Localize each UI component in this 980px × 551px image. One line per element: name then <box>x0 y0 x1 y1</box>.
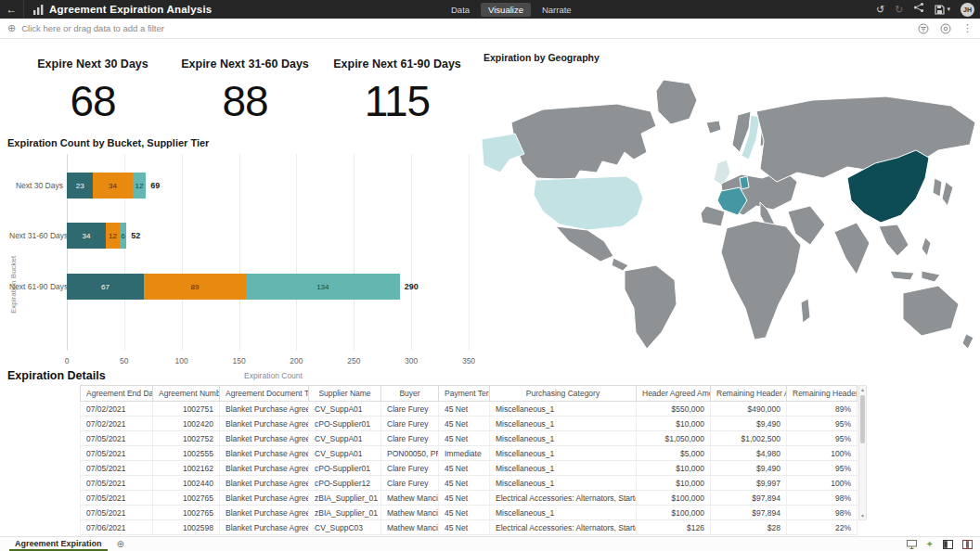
map-country-mexico[interactable] <box>556 226 613 262</box>
table-cell[interactable]: $10,000 <box>637 476 711 491</box>
table-cell[interactable]: 07/06/2021 <box>81 520 153 535</box>
undo-icon[interactable]: ↺ <box>876 0 884 19</box>
table-cell[interactable]: $28 <box>711 520 787 535</box>
layout-left-panel-icon[interactable] <box>943 540 953 549</box>
table-cell[interactable]: 100% <box>787 476 858 491</box>
table-cell[interactable]: CV_SuppA01 <box>309 446 381 461</box>
table-cell[interactable]: Blanket Purchase Agreement <box>220 446 309 461</box>
map-country-korea[interactable] <box>933 178 942 197</box>
table-cell[interactable]: CV_SuppC03 <box>309 520 381 535</box>
table-cell[interactable]: $4,980 <box>711 446 787 461</box>
column-header-7[interactable]: Header Agreed Amount <box>637 386 711 402</box>
table-cell[interactable]: 1002598 <box>153 520 220 535</box>
table-cell[interactable]: $5,000 <box>637 446 711 461</box>
table-cell[interactable]: Clare Furey <box>381 476 439 491</box>
table-cell[interactable]: Blanket Purchase Agreement <box>220 416 309 431</box>
table-cell[interactable]: Blanket Purchase Agreement <box>220 402 309 416</box>
map-region-southeast-asia[interactable] <box>879 224 909 256</box>
table-row-3[interactable]: 07/05/20211002555Blanket Purchase Agreem… <box>81 446 858 461</box>
table-cell[interactable]: zBIA_Supplier_01 <box>309 506 381 520</box>
table-cell[interactable]: 07/02/2021 <box>81 402 153 416</box>
column-header-5[interactable]: Payment Terms <box>439 386 490 402</box>
table-cell[interactable]: Blanket Purchase Agreement <box>220 506 309 520</box>
bar-segment-tier-1[interactable]: 34 <box>67 223 106 249</box>
map-country-united-states[interactable] <box>534 176 643 230</box>
table-cell[interactable]: Blanket Purchase Agreement <box>220 461 309 476</box>
kpi-tile-1[interactable]: Expire Next 31-60 Days88 <box>169 52 321 141</box>
scrollbar-thumb[interactable] <box>860 395 865 443</box>
table-cell[interactable]: 07/05/2021 <box>81 461 153 476</box>
table-cell[interactable]: CV_SuppA01 <box>309 402 381 416</box>
kpi-tile-2[interactable]: Expire Next 61-90 Days115 <box>321 52 473 141</box>
table-cell[interactable]: Miscellaneous_1 <box>490 476 637 491</box>
table-scrollbar[interactable]: ▲ ▼ <box>858 385 867 520</box>
save-button[interactable]: ▾ <box>935 5 950 15</box>
layout-split-panel-icon[interactable] <box>962 540 973 549</box>
filter-limit-icon[interactable] <box>918 23 929 34</box>
tab-narrate[interactable]: Narrate <box>535 3 579 17</box>
map-country-indonesia-east[interactable] <box>922 271 940 282</box>
table-cell[interactable]: Miscellaneous_1 <box>490 431 637 446</box>
map-country-canada[interactable] <box>511 104 656 180</box>
table-cell[interactable]: Electrical Accessories: Alternators, Sta… <box>490 520 637 535</box>
table-cell[interactable]: CV_SuppA01 <box>309 431 381 446</box>
map-region-africa[interactable] <box>721 221 801 340</box>
column-header-3[interactable]: Supplier Name <box>309 386 381 402</box>
table-cell[interactable]: Clare Furey <box>381 402 439 416</box>
table-row-5[interactable]: 07/05/20211002440Blanket Purchase Agreem… <box>81 476 858 491</box>
map-country-philippines[interactable] <box>922 237 931 256</box>
table-cell[interactable]: $10,000 <box>637 461 711 476</box>
map-country-alaska[interactable] <box>482 134 524 173</box>
map-country-iceland[interactable] <box>706 121 721 134</box>
table-cell[interactable]: Miscellaneous_1 <box>490 402 637 416</box>
table-cell[interactable]: Clare Furey <box>381 431 439 446</box>
bar-segment-tier-3[interactable]: 12 <box>133 173 147 199</box>
table-cell[interactable]: 1002752 <box>153 431 220 446</box>
table-cell[interactable]: 89% <box>787 402 858 416</box>
map-country-indonesia[interactable] <box>890 271 914 280</box>
kpi-tile-0[interactable]: Expire Next 30 Days68 <box>17 52 169 141</box>
table-cell[interactable]: cPO-Supplier01 <box>309 416 381 431</box>
table-cell[interactable]: 45 Net <box>439 491 490 506</box>
table-cell[interactable]: Miscellaneous_1 <box>490 446 637 461</box>
table-cell[interactable]: Blanket Purchase Agreement <box>220 431 309 446</box>
table-cell[interactable]: PON00050, PRC <box>381 446 439 461</box>
table-cell[interactable]: zBIA_Supplier_01 <box>309 491 381 506</box>
table-cell[interactable]: $1,002,500 <box>711 431 787 446</box>
save-caret-icon[interactable]: ▾ <box>947 6 950 13</box>
scroll-down-icon[interactable]: ▼ <box>859 513 866 519</box>
table-cell[interactable]: 1002555 <box>153 446 220 461</box>
table-cell[interactable]: 45 Net <box>439 416 490 431</box>
table-cell[interactable]: Miscellaneous_1 <box>490 461 637 476</box>
redo-icon[interactable]: ↻ <box>895 0 903 19</box>
bar-segment-tier-2[interactable]: 34 <box>93 173 132 199</box>
canvas-tab-agreement-expiration[interactable]: Agreement Expiration <box>9 537 108 551</box>
map-country-netherlands[interactable] <box>740 176 749 189</box>
table-cell[interactable]: Electrical Accessories: Alternators, Sta… <box>490 491 637 506</box>
bar-segment-tier-1[interactable]: 67 <box>67 274 144 300</box>
table-cell[interactable]: cPO-Supplier01 <box>309 461 381 476</box>
present-mode-icon[interactable] <box>907 540 917 549</box>
share-icon[interactable] <box>913 0 924 19</box>
map-country-central-america[interactable] <box>612 258 628 271</box>
auto-insights-icon[interactable]: ✦ <box>926 539 934 549</box>
column-header-9[interactable]: Remaining Header Amount <box>787 386 858 402</box>
bar-segment-tier-2[interactable]: 12 <box>106 223 120 249</box>
column-header-0[interactable]: Agreement End Date <box>81 386 153 402</box>
add-filter-target[interactable]: ⊕ Click here or drag data to add a filte… <box>7 22 164 34</box>
table-cell[interactable]: 45 Net <box>439 520 490 535</box>
table-cell[interactable]: 45 Net <box>439 461 490 476</box>
back-icon[interactable]: ← <box>0 0 24 19</box>
add-canvas-icon[interactable]: ⊕ <box>117 539 124 549</box>
map-country-new-zealand[interactable] <box>962 334 974 349</box>
bar-segment-tier-3[interactable]: 6 <box>120 223 126 249</box>
map-country-madagascar[interactable] <box>801 299 810 323</box>
filter-pin-icon[interactable] <box>940 23 951 34</box>
add-filter-icon[interactable]: ⊕ <box>7 22 16 34</box>
bar-segment-tier-1[interactable]: 23 <box>67 173 93 199</box>
table-cell[interactable]: Mathew Mancia <box>381 506 439 520</box>
table-cell[interactable]: 07/05/2021 <box>81 446 153 461</box>
table-cell[interactable]: Mathew Mancia <box>381 491 439 506</box>
table-row-6[interactable]: 07/05/20211002765Blanket Purchase Agreem… <box>81 491 858 506</box>
scroll-up-icon[interactable]: ▲ <box>859 387 866 392</box>
